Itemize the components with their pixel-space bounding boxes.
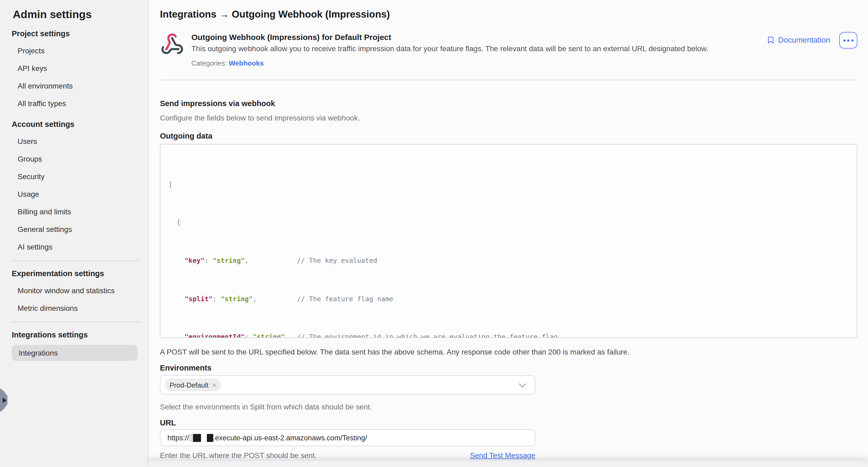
sidebar-item[interactable]: Monitor window and statistics bbox=[0, 281, 148, 299]
sidebar-item[interactable]: Integrations bbox=[12, 345, 137, 361]
sidebar-section: Integrations settings Integrations bbox=[0, 330, 148, 361]
post-note: A POST will be sent to the URL specified… bbox=[160, 347, 857, 356]
webhook-categories: Categories: Webhooks bbox=[191, 59, 708, 67]
sidebar-section-heading: Account settings bbox=[0, 119, 148, 129]
chip-remove-icon[interactable]: × bbox=[212, 381, 216, 389]
webhook-icon bbox=[160, 33, 184, 56]
sidebar-item[interactable]: All environments bbox=[0, 77, 148, 94]
sidebar-item[interactable]: API keys bbox=[0, 59, 148, 77]
sidebar-section-heading: Integrations settings bbox=[0, 330, 148, 340]
chevron-down-icon bbox=[518, 383, 527, 388]
sidebar-section-items: Users Groups Security Usage bbox=[0, 132, 148, 255]
url-segment bbox=[189, 434, 193, 442]
send-test-message-link[interactable]: Send Test Message bbox=[470, 451, 535, 460]
send-impressions-subtitle: Configure the fields below to send impre… bbox=[160, 113, 857, 123]
sidebar-item[interactable]: AI settings bbox=[0, 238, 148, 255]
sidebar-item[interactable]: Groups bbox=[0, 150, 148, 167]
sidebar-section: Account settings Users Groups Security bbox=[0, 119, 148, 261]
url-segment bbox=[193, 434, 201, 442]
documentation-link[interactable]: Documentation bbox=[767, 36, 830, 44]
sidebar-divider bbox=[12, 321, 141, 322]
send-impressions-title: Send impressions via webhook bbox=[160, 99, 857, 108]
sidebar-item[interactable]: All traffic types bbox=[0, 94, 148, 112]
documentation-label: Documentation bbox=[778, 36, 830, 44]
webhook-title: Outgoing Webhook (Impressions) for Defau… bbox=[191, 32, 708, 42]
code-line: [ bbox=[168, 179, 849, 189]
sidebar-item-label: AI settings bbox=[18, 242, 53, 251]
categories-webhooks-link[interactable]: Webhooks bbox=[229, 59, 264, 67]
url-footer-row: Enter the URL where the POST should be s… bbox=[160, 451, 535, 460]
url-help: Enter the URL where the POST should be s… bbox=[160, 451, 317, 460]
main-content: Integrations → Outgoing Webhook (Impress… bbox=[149, 0, 868, 467]
sidebar: Admin settings Project settings Projects… bbox=[0, 0, 149, 467]
sidebar-section-heading: Project settings bbox=[0, 29, 148, 38]
ellipsis-icon bbox=[843, 39, 845, 41]
sidebar-item[interactable]: General settings bbox=[0, 220, 148, 238]
sidebar-divider bbox=[12, 260, 141, 261]
admin-settings-page: Admin settings Project settings Projects… bbox=[0, 0, 868, 467]
sidebar-item-label: Billing and limits bbox=[18, 207, 71, 216]
sidebar-item-label: General settings bbox=[18, 225, 72, 233]
environment-chip-label: Prod-Default bbox=[169, 381, 209, 389]
outgoing-data-label: Outgoing data bbox=[160, 131, 857, 141]
sidebar-item-label: All environments bbox=[18, 81, 73, 90]
sidebar-item-label: Usage bbox=[18, 189, 39, 198]
url-segment: .execute-api.us-east-2.amazonaws.com/Tes… bbox=[213, 434, 367, 442]
sidebar-item[interactable]: Metric dimensions bbox=[0, 299, 148, 317]
sidebar-item[interactable]: Users bbox=[0, 132, 148, 150]
webhook-description: This outgoing webhook allow you to recei… bbox=[191, 44, 708, 53]
url-segment bbox=[201, 434, 207, 442]
categories-label: Categories: bbox=[191, 59, 227, 67]
code-line: "environmentId": "string", // The enviro… bbox=[168, 332, 849, 338]
sidebar-item-label: Integrations bbox=[19, 349, 58, 357]
url-segment bbox=[207, 434, 213, 442]
sidebar-section: Experimentation settings Monitor window … bbox=[0, 269, 148, 322]
page-title: Integrations → Outgoing Webhook (Impress… bbox=[160, 8, 857, 21]
sidebar-item[interactable]: Usage bbox=[0, 185, 148, 203]
sidebar-item[interactable]: Security bbox=[0, 167, 148, 185]
environment-chip[interactable]: Prod-Default × bbox=[165, 378, 221, 391]
sidebar-section: Project settings Projects API keys All e… bbox=[0, 29, 148, 112]
header-actions: Documentation bbox=[767, 32, 857, 49]
sidebar-section-heading: Experimentation settings bbox=[0, 269, 148, 278]
environments-help: Select the environments in Split from wh… bbox=[160, 402, 857, 411]
webhook-info: Outgoing Webhook (Impressions) for Defau… bbox=[191, 32, 708, 67]
more-options-button[interactable] bbox=[839, 32, 857, 49]
sidebar-item-label: Groups bbox=[18, 154, 42, 163]
sidebar-section-items: Projects API keys All environments All t… bbox=[0, 41, 148, 112]
sidebar-item-label: All traffic types bbox=[18, 99, 66, 107]
sidebar-section-items: Integrations bbox=[0, 345, 148, 361]
environments-select[interactable]: Prod-Default × bbox=[160, 375, 535, 395]
sidebar-item-label: API keys bbox=[18, 64, 47, 72]
bookmark-icon bbox=[767, 36, 775, 44]
integration-header: Outgoing Webhook (Impressions) for Defau… bbox=[160, 32, 857, 67]
sidebar-title: Admin settings bbox=[13, 7, 148, 21]
url-label: URL bbox=[160, 418, 857, 427]
environments-label: Environments bbox=[160, 363, 857, 373]
sidebar-item-label: Security bbox=[18, 172, 44, 181]
sidebar-item-label: Projects bbox=[18, 46, 44, 55]
code-line: { bbox=[168, 218, 849, 227]
code-line: "split": "string", // The feature flag n… bbox=[168, 294, 849, 304]
code-line: "key": "string", // The key evaluated bbox=[168, 256, 849, 266]
sidebar-item-label: Monitor window and statistics bbox=[18, 286, 115, 294]
sidebar-section-items: Monitor window and statistics Metric dim… bbox=[0, 281, 148, 317]
url-input[interactable]: https:// .execute-api.us-east-2.amazonaw… bbox=[160, 429, 535, 446]
sidebar-item[interactable]: Billing and limits bbox=[0, 203, 148, 220]
chevron-right-icon bbox=[2, 398, 6, 403]
section-divider bbox=[160, 80, 857, 81]
bottom-sticky-bar bbox=[149, 461, 868, 467]
sidebar-item-label: Metric dimensions bbox=[18, 304, 78, 312]
outgoing-data-schema: [ { "key": "string", // The key evaluate… bbox=[160, 144, 857, 338]
sidebar-collapse-handle[interactable] bbox=[0, 388, 7, 412]
sidebar-item[interactable]: Projects bbox=[0, 41, 148, 59]
url-segment: https:// bbox=[167, 434, 189, 442]
sidebar-item-label: Users bbox=[18, 137, 37, 145]
